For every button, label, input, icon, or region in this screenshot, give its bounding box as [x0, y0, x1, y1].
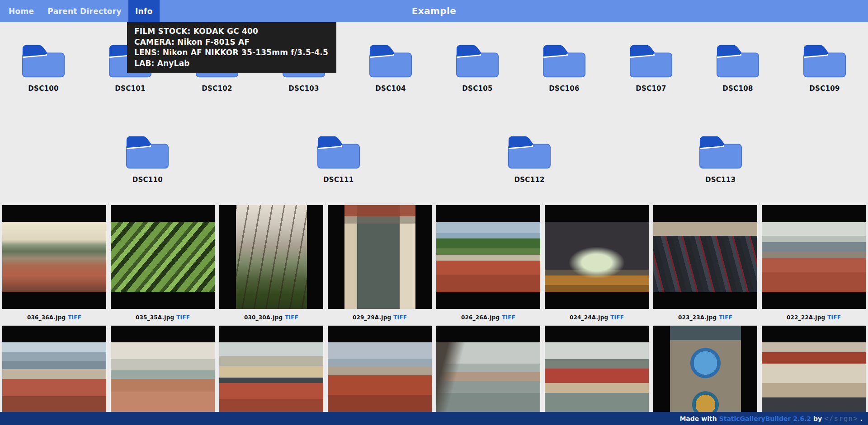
folder-item[interactable]: DSC100 — [0, 43, 87, 93]
photo-thumbnail[interactable] — [219, 342, 323, 413]
folder-label: DSC113 — [705, 176, 736, 184]
folder-item[interactable]: DSC105 — [434, 43, 521, 93]
image-filename: 035_35A.jpg — [136, 314, 174, 321]
folder-icon — [542, 43, 586, 79]
folder-label: DSC103 — [288, 84, 319, 93]
folder-label: DSC107 — [636, 84, 666, 93]
image-cell[interactable] — [653, 326, 757, 425]
tiff-link[interactable]: TIFF — [393, 314, 407, 321]
gallery: 036_36A.jpg TIFF 035_35A.jpg TIFF 030_30… — [0, 205, 868, 425]
tooltip-line-film-stock: FILM STOCK: KODAK GC 400 — [134, 26, 328, 37]
folder-icon — [698, 134, 743, 170]
photo-thumbnail[interactable] — [545, 222, 649, 292]
image-filename: 026_26A.jpg — [461, 314, 500, 321]
tiff-link[interactable]: TIFF — [502, 314, 515, 321]
navbar: Home Parent Directory Info Example — [0, 0, 868, 22]
nav-item-info[interactable]: Info — [128, 0, 160, 22]
tiff-link[interactable]: TIFF — [285, 314, 298, 321]
photo-thumbnail[interactable] — [670, 326, 741, 425]
folder-item[interactable]: DSC107 — [608, 43, 694, 93]
folder-item[interactable]: DSC104 — [347, 43, 434, 93]
photo-thumbnail[interactable] — [436, 342, 540, 413]
image-label: 024_24A.jpg TIFF — [545, 314, 649, 321]
tiff-link[interactable]: TIFF — [719, 314, 732, 321]
folder-item[interactable]: DSC111 — [295, 134, 382, 184]
static-gallery-builder-link[interactable]: StaticGalleryBuilder 2.6.2 — [719, 415, 811, 422]
photo-thumbnail[interactable] — [2, 342, 106, 413]
folder-label: DSC110 — [132, 176, 163, 184]
folder-icon — [629, 43, 673, 79]
author-logo-link[interactable]: </srgn> — [824, 414, 858, 423]
folder-item[interactable]: DSC113 — [677, 134, 764, 184]
photo-thumbnail[interactable] — [762, 222, 866, 292]
image-label: 036_36A.jpg TIFF — [2, 314, 106, 321]
image-cell[interactable] — [219, 205, 323, 309]
folder-label: DSC112 — [514, 176, 544, 184]
image-cell[interactable] — [762, 326, 866, 425]
folder-icon — [21, 43, 66, 79]
image-cell[interactable] — [436, 326, 540, 425]
folder-item[interactable]: DSC106 — [521, 43, 608, 93]
image-label: 026_26A.jpg TIFF — [436, 314, 540, 321]
image-cell[interactable] — [111, 205, 215, 309]
folder-label: DSC104 — [375, 84, 406, 93]
folder-item[interactable]: DSC112 — [486, 134, 573, 184]
image-label: 029_29A.jpg TIFF — [328, 314, 432, 321]
image-cell[interactable] — [762, 205, 866, 309]
folder-icon — [125, 134, 170, 170]
image-label: 022_22A.jpg TIFF — [762, 314, 866, 321]
image-filename: 024_24A.jpg — [570, 314, 608, 321]
folder-label: DSC109 — [809, 84, 840, 93]
tiff-link[interactable]: TIFF — [827, 314, 841, 321]
image-cell[interactable] — [328, 205, 432, 309]
folder-item[interactable]: DSC108 — [694, 43, 781, 93]
photo-thumbnail[interactable] — [344, 205, 415, 309]
image-cell[interactable] — [545, 326, 649, 425]
folder-icon — [507, 134, 552, 170]
gallery-row — [0, 205, 868, 309]
footer: Made with StaticGalleryBuilder 2.6.2 by … — [0, 412, 868, 425]
folder-icon — [802, 43, 847, 79]
folder-icon — [368, 43, 413, 79]
folder-icon — [716, 43, 760, 79]
photo-thumbnail[interactable] — [653, 222, 757, 292]
photo-thumbnail[interactable] — [762, 342, 866, 413]
folder-label: DSC102 — [202, 84, 232, 93]
tiff-link[interactable]: TIFF — [68, 314, 81, 321]
image-filename: 036_36A.jpg — [27, 314, 66, 321]
image-filename: 023_23A.jpg — [678, 314, 717, 321]
folder-label: DSC101 — [115, 84, 145, 93]
photo-thumbnail[interactable] — [328, 342, 432, 413]
image-cell[interactable] — [545, 205, 649, 309]
nav-item-parent-directory[interactable]: Parent Directory — [41, 0, 128, 22]
photo-thumbnail[interactable] — [2, 222, 106, 292]
image-label: 035_35A.jpg TIFF — [111, 314, 215, 321]
folder-label: DSC100 — [28, 84, 58, 93]
photo-thumbnail[interactable] — [236, 205, 307, 309]
tooltip-line-camera: CAMERA: Nikon F-801S AF — [134, 37, 328, 48]
image-cell[interactable] — [328, 326, 432, 425]
image-filename: 030_30A.jpg — [244, 314, 283, 321]
image-cell[interactable] — [219, 326, 323, 425]
image-label: 030_30A.jpg TIFF — [219, 314, 323, 321]
gallery-label-row: 036_36A.jpg TIFF 035_35A.jpg TIFF 030_30… — [0, 309, 868, 326]
nav-item-home[interactable]: Home — [2, 0, 41, 22]
footer-suffix-text: . — [860, 415, 863, 422]
photo-thumbnail[interactable] — [111, 342, 215, 413]
tooltip-line-lens: LENS: Nikon AF NIKKOR 35-135mm f/3.5-4.5 — [134, 47, 328, 58]
photo-thumbnail[interactable] — [111, 222, 215, 292]
tiff-link[interactable]: TIFF — [176, 314, 190, 321]
folder-item[interactable]: DSC110 — [104, 134, 191, 184]
photo-thumbnail[interactable] — [545, 342, 649, 413]
tiff-link[interactable]: TIFF — [610, 314, 624, 321]
page-title: Example — [412, 0, 456, 22]
folder-item[interactable]: DSC109 — [781, 43, 868, 93]
image-cell[interactable] — [2, 326, 106, 425]
image-cell[interactable] — [653, 205, 757, 309]
photo-thumbnail[interactable] — [436, 222, 540, 292]
image-cell[interactable] — [111, 326, 215, 425]
footer-made-with-text: Made with — [679, 415, 717, 422]
image-cell[interactable] — [2, 205, 106, 309]
image-filename: 029_29A.jpg — [353, 314, 391, 321]
image-cell[interactable] — [436, 205, 540, 309]
